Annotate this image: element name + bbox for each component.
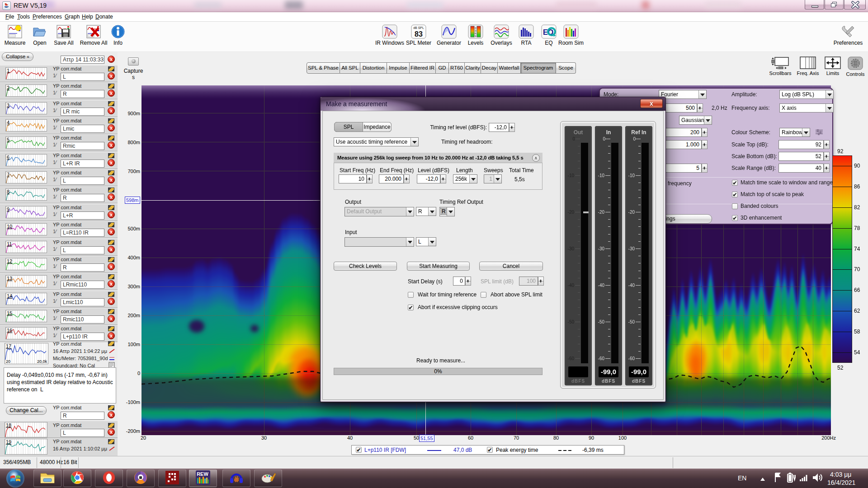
svg-text:dB SPL: dB SPL — [413, 26, 424, 29]
svg-text:REW: REW — [197, 471, 208, 477]
svg-text:83: 83 — [415, 30, 423, 38]
